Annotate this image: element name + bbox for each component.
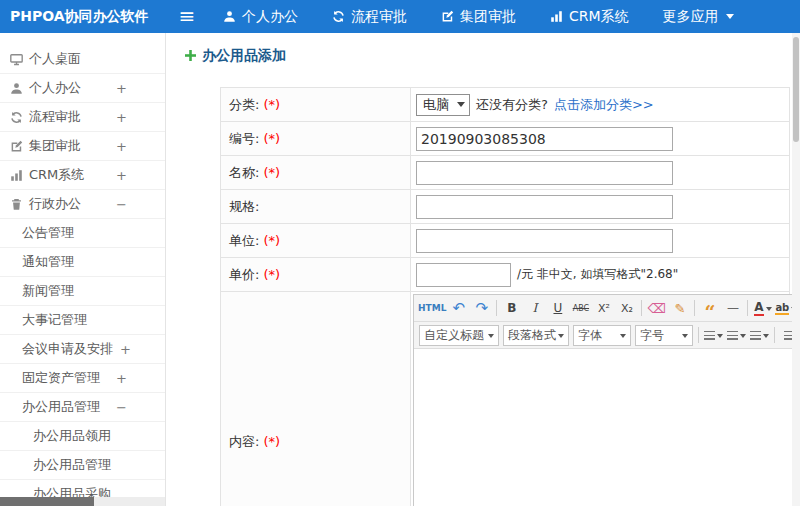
sidebar-item-crm-system[interactable]: CRM系统 + — [0, 161, 165, 190]
nav-crm-system[interactable]: CRM系统 — [533, 0, 646, 33]
sidebar-item-meeting-request[interactable]: 会议申请及安排 + — [0, 335, 165, 364]
sidebar-item-label: 集团审批 — [29, 137, 81, 155]
sidebar-item-fixed-asset-mgmt[interactable]: 固定资产管理 + — [0, 364, 165, 393]
required-marker: (*) — [263, 165, 280, 180]
sidebar-item-admin-office[interactable]: 行政办公 − — [0, 190, 165, 219]
format-painter-button[interactable]: ✎ — [669, 298, 690, 319]
align-left-button[interactable] — [703, 325, 724, 346]
editor-content-area[interactable] — [414, 349, 792, 506]
sidebar-item-office-supplies-claim[interactable]: 办公用品领用 — [0, 422, 165, 451]
price-input[interactable] — [416, 263, 511, 287]
superscript-button[interactable]: X² — [593, 298, 614, 319]
category-select[interactable]: 电脑 — [416, 94, 470, 116]
sidebar-item-label: 行政办公 — [29, 195, 81, 213]
font-color-button[interactable]: A — [752, 298, 773, 319]
nav-more-apps[interactable]: 更多应用 — [646, 0, 751, 33]
scrollbar-thumb[interactable] — [793, 37, 799, 142]
redo-button[interactable]: ↷ — [471, 298, 492, 319]
add-category-link[interactable]: 点击添加分类>> — [554, 96, 654, 114]
form-row-category: 分类: (*) 电脑 还没有分类? 点击添加分类>> — [221, 88, 789, 122]
form-row-spec: 规格: — [221, 190, 789, 224]
strikethrough-button[interactable]: ABC — [570, 298, 591, 319]
expand-toggle[interactable]: + — [116, 139, 127, 154]
font-size-dropdown[interactable]: 字号 — [635, 325, 693, 346]
unordered-list-button[interactable] — [779, 325, 792, 346]
paragraph-format-dropdown[interactable]: 段落格式 — [503, 325, 569, 346]
sidebar-item-label: 固定资产管理 — [22, 369, 100, 387]
align-right-icon — [750, 331, 761, 340]
subscript-button[interactable]: X₂ — [616, 298, 637, 319]
rich-text-editor: HTML ↶ ↷ B I U ABC X² X₂ ⌫ ✎ — [413, 294, 792, 506]
underline-button[interactable]: U — [547, 298, 568, 319]
page-header: 办公用品添加 — [166, 33, 792, 65]
nav-workflow-approval[interactable]: 流程审批 — [315, 0, 424, 33]
sidebar-item-notice-mgmt[interactable]: 通知管理 — [0, 248, 165, 277]
blockquote-button[interactable]: “ — [699, 298, 720, 319]
scrollbar-thumb[interactable] — [0, 497, 94, 506]
sidebar-item-announcement-mgmt[interactable]: 公告管理 — [0, 219, 165, 248]
sidebar-item-label: 新闻管理 — [22, 282, 74, 300]
unit-input[interactable] — [416, 229, 673, 253]
page-title: 办公用品添加 — [202, 47, 286, 65]
expand-toggle[interactable]: + — [116, 371, 127, 386]
sidebar-item-news-mgmt[interactable]: 新闻管理 — [0, 277, 165, 306]
caret-down-icon — [740, 334, 746, 341]
nav-label: 更多应用 — [663, 8, 719, 26]
person-icon — [10, 82, 23, 95]
align-right-button[interactable] — [749, 325, 770, 346]
sidebar-item-group-approval[interactable]: 集团审批 + — [0, 132, 165, 161]
toolbar-separator — [694, 300, 695, 316]
expand-toggle[interactable]: + — [120, 342, 131, 357]
sidebar-item-workflow-approval[interactable]: 流程审批 + — [0, 103, 165, 132]
form-row-unit: 单位: (*) — [221, 224, 789, 258]
align-center-icon — [727, 331, 738, 340]
name-input[interactable] — [416, 161, 673, 185]
vertical-scrollbar[interactable] — [792, 33, 800, 506]
sidebar-item-label: CRM系统 — [29, 166, 84, 184]
category-hint: 还没有分类? — [476, 96, 548, 114]
nav-label: 流程审批 — [351, 8, 407, 26]
italic-button[interactable]: I — [524, 298, 545, 319]
horizontal-rule-button[interactable]: — — [722, 298, 743, 319]
code-label: 编号: — [229, 130, 259, 148]
html-source-button[interactable]: HTML — [418, 298, 446, 319]
form-row-content: 内容: (*) HTML ↶ ↷ B I U ABC X² X₂ — [221, 292, 789, 506]
sidebar-item-memorabilia-mgmt[interactable]: 大事记管理 — [0, 306, 165, 335]
sidebar-item-office-supplies-mgmt[interactable]: 办公用品管理 − — [0, 393, 165, 422]
collapse-toggle[interactable]: − — [116, 400, 127, 415]
collapse-toggle[interactable]: − — [116, 197, 127, 212]
sidebar-item-label: 个人办公 — [29, 79, 81, 97]
sidebar-item-personal-office[interactable]: 个人办公 + — [0, 74, 165, 103]
caret-down-icon — [682, 334, 688, 341]
required-marker: (*) — [263, 267, 280, 282]
align-center-button[interactable] — [726, 325, 747, 346]
custom-title-dropdown[interactable]: 自定义标题 — [419, 325, 499, 346]
nav-label: 个人办公 — [242, 8, 298, 26]
menu-toggle-button[interactable]: ≡ — [168, 0, 206, 33]
nav-group-approval[interactable]: 集团审批 — [424, 0, 533, 33]
form-row-code: 编号: (*) — [221, 122, 789, 156]
highlight-color-button[interactable]: ab — [775, 298, 792, 319]
nav-personal-office[interactable]: 个人办公 — [206, 0, 315, 33]
spec-input[interactable] — [416, 195, 673, 219]
sidebar-horizontal-scrollbar[interactable] — [0, 497, 166, 506]
bar-chart-icon — [550, 10, 563, 23]
caret-down-icon — [717, 334, 723, 341]
code-input[interactable] — [416, 127, 673, 151]
sidebar-item-office-supplies-manage[interactable]: 办公用品管理 — [0, 451, 165, 480]
remove-format-button[interactable]: ⌫ — [646, 298, 667, 319]
toolbar-separator — [496, 300, 497, 316]
expand-toggle[interactable]: + — [116, 81, 127, 96]
undo-button[interactable]: ↶ — [448, 298, 469, 319]
expand-toggle[interactable]: + — [116, 110, 127, 125]
bold-button[interactable]: B — [501, 298, 522, 319]
expand-toggle[interactable]: + — [116, 168, 127, 183]
caret-down-icon — [766, 307, 772, 314]
font-family-dropdown[interactable]: 字体 — [573, 325, 631, 346]
caret-down-icon — [763, 334, 769, 341]
name-label: 名称: — [229, 164, 259, 182]
edit-icon — [441, 10, 454, 23]
app-logo[interactable]: PHPOA协同办公软件 — [0, 8, 168, 26]
sidebar-item-personal-desktop[interactable]: 个人桌面 — [0, 45, 165, 74]
sidebar-item-label: 会议申请及安排 — [22, 340, 113, 358]
